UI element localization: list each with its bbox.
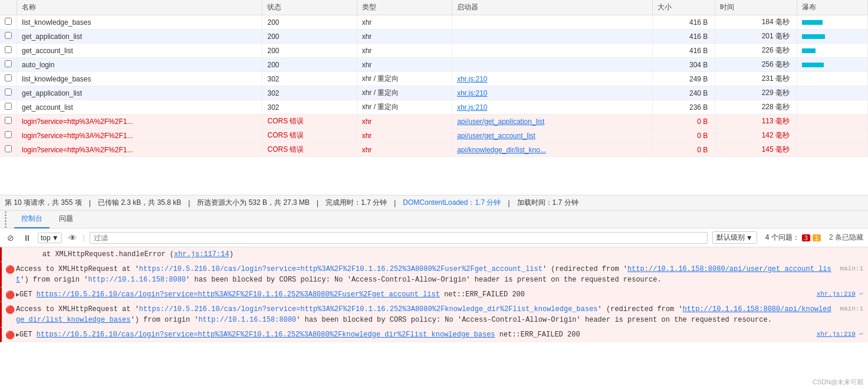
row-name: login?service=http%3A%2F%2F1... bbox=[17, 115, 262, 129]
row-waterfall bbox=[797, 30, 868, 44]
devtools-panel: 名称 状态 类型 启动器 大小 时间 瀑布 list_knowledge_bas… bbox=[0, 0, 868, 389]
level-selector[interactable]: 默认级别 ▼ bbox=[712, 231, 757, 244]
col-waterfall: 瀑布 bbox=[797, 0, 868, 15]
get-link2[interactable]: https://10.5.216.10/cas/login?service=ht… bbox=[37, 331, 495, 339]
row-type: xhr bbox=[357, 44, 452, 58]
row-initiator[interactable]: xhr.js:210 bbox=[452, 100, 653, 115]
table-row[interactable]: login?service=http%3A%2F%2F1...CORS 错误xh… bbox=[0, 143, 868, 157]
warning-badge[interactable]: 1 bbox=[813, 234, 821, 241]
row-type: xhr bbox=[357, 58, 452, 72]
summary-load: 加载时间：1.7 分钟 bbox=[517, 198, 578, 208]
row-checkbox[interactable] bbox=[0, 143, 17, 157]
summary-sep4: | bbox=[394, 199, 396, 207]
row-time: 113 毫秒 bbox=[715, 115, 797, 129]
context-label: top bbox=[41, 234, 51, 242]
row-type: xhr / 重定向 bbox=[357, 100, 452, 115]
row-checkbox[interactable] bbox=[0, 58, 17, 72]
row-initiator[interactable]: api/knowledge_dir/list_kno... bbox=[452, 143, 653, 157]
table-row[interactable]: get_account_list302xhr / 重定向xhr.js:21023… bbox=[0, 100, 868, 115]
line-link[interactable]: xhr.js:117:14 bbox=[174, 250, 229, 259]
table-row[interactable]: get_account_list200xhr416 B226 毫秒 bbox=[0, 44, 868, 58]
summary-sep2: | bbox=[188, 199, 190, 207]
row-status: 302 bbox=[262, 86, 357, 100]
get-link[interactable]: https://10.5.216.10/cas/login?service=ht… bbox=[37, 290, 440, 299]
row-time: 145 毫秒 bbox=[715, 143, 797, 157]
row-size: 416 B bbox=[653, 15, 715, 30]
col-checkbox bbox=[0, 0, 17, 15]
row-status: CORS 错误 bbox=[262, 143, 357, 157]
table-row[interactable]: get_application_list200xhr416 B201 毫秒 bbox=[0, 30, 868, 44]
row-size: 236 B bbox=[653, 100, 715, 115]
col-name: 名称 bbox=[17, 0, 262, 15]
col-status: 状态 bbox=[262, 0, 357, 15]
summary-dom-loaded: DOMContentLoaded：1.7 分钟 bbox=[403, 198, 501, 208]
console-tabbar: 控制台 问题 bbox=[0, 211, 868, 228]
location-link[interactable]: xhr.js:210 bbox=[817, 331, 856, 338]
row-initiator[interactable]: api/user/get_application_list bbox=[452, 115, 653, 129]
row-name: get_account_list bbox=[17, 100, 262, 115]
table-row[interactable]: auto_login200xhr304 B256 毫秒 bbox=[0, 58, 868, 72]
clear-console-button[interactable]: ⊘ bbox=[5, 232, 17, 244]
row-checkbox[interactable] bbox=[0, 44, 17, 58]
tab-issues[interactable]: 问题 bbox=[52, 211, 80, 228]
row-waterfall bbox=[797, 44, 868, 58]
error-icon: 🔴 bbox=[5, 305, 15, 316]
error-icon: 🔴 bbox=[5, 290, 15, 302]
row-type: xhr / 重定向 bbox=[357, 86, 452, 100]
row-time: 201 毫秒 bbox=[715, 30, 797, 44]
stop-on-errors-button[interactable]: ⏸ bbox=[21, 232, 33, 244]
console-line: 🔴Access to XMLHttpRequest at 'https://10… bbox=[0, 302, 868, 328]
row-size: 240 B bbox=[653, 86, 715, 100]
error-badge[interactable]: 3 bbox=[802, 234, 810, 241]
row-initiator[interactable]: xhr.js:210 bbox=[452, 86, 653, 100]
line-location: xhr.js:210 ↩ bbox=[812, 289, 863, 299]
row-status: 302 bbox=[262, 72, 357, 86]
row-size: 416 B bbox=[653, 30, 715, 44]
error-icon: 🔴 bbox=[5, 264, 15, 276]
table-row[interactable]: get_application_list302xhr / 重定向xhr.js:2… bbox=[0, 86, 868, 100]
row-initiator bbox=[452, 30, 653, 44]
row-checkbox[interactable] bbox=[0, 100, 17, 115]
row-size: 416 B bbox=[653, 44, 715, 58]
row-checkbox[interactable] bbox=[0, 15, 17, 30]
table-row[interactable]: login?service=http%3A%2F%2F1...CORS 错误xh… bbox=[0, 129, 868, 143]
table-row[interactable]: list_knowledge_bases200xhr416 B184 毫秒 bbox=[0, 15, 868, 30]
row-waterfall bbox=[797, 129, 868, 143]
context-selector[interactable]: top ▼ bbox=[38, 233, 62, 243]
expand-arrow[interactable]: ▶ bbox=[16, 292, 19, 298]
row-checkbox[interactable] bbox=[0, 129, 17, 143]
row-waterfall bbox=[797, 15, 868, 30]
summary-requests: 第 10 项请求，共 355 项 bbox=[5, 198, 82, 208]
row-time: 229 毫秒 bbox=[715, 86, 797, 100]
line-content: Access to XMLHttpRequest at 'https://10.… bbox=[16, 264, 831, 285]
eye-button[interactable]: 👁 bbox=[67, 232, 78, 244]
row-checkbox[interactable] bbox=[0, 86, 17, 100]
row-initiator[interactable]: api/user/get_account_list bbox=[452, 129, 653, 143]
row-initiator[interactable]: xhr.js:210 bbox=[452, 72, 653, 86]
row-time: 226 毫秒 bbox=[715, 44, 797, 58]
row-checkbox[interactable] bbox=[0, 115, 17, 129]
row-checkbox[interactable] bbox=[0, 30, 17, 44]
location-link[interactable]: xhr.js:210 bbox=[817, 290, 856, 298]
row-name: list_knowledge_bases bbox=[17, 72, 262, 86]
row-name: get_account_list bbox=[17, 44, 262, 58]
row-type: xhr / 重定向 bbox=[357, 72, 452, 86]
row-waterfall bbox=[797, 115, 868, 129]
row-time: 142 毫秒 bbox=[715, 129, 797, 143]
row-time: 256 毫秒 bbox=[715, 58, 797, 72]
console-output[interactable]: at XMLHttpRequest.handleError (xhr.js:11… bbox=[0, 247, 868, 376]
toolbar-sep: | bbox=[83, 234, 85, 242]
drag-handle[interactable] bbox=[5, 211, 9, 228]
table-row[interactable]: login?service=http%3A%2F%2F1...CORS 错误xh… bbox=[0, 115, 868, 129]
row-initiator bbox=[452, 44, 653, 58]
console-filter-input[interactable] bbox=[90, 232, 708, 244]
tab-console[interactable]: 控制台 bbox=[14, 211, 50, 228]
issues-count-label: 4 个问题： bbox=[765, 233, 800, 243]
error-icon: 🔴 bbox=[5, 330, 15, 342]
table-row[interactable]: list_knowledge_bases302xhr / 重定向xhr.js:2… bbox=[0, 72, 868, 86]
console-line: at XMLHttpRequest.handleError (xhr.js:11… bbox=[0, 247, 868, 262]
row-checkbox[interactable] bbox=[0, 72, 17, 86]
row-waterfall bbox=[797, 100, 868, 115]
expand-arrow2[interactable]: ▶ bbox=[16, 332, 19, 338]
row-name: get_application_list bbox=[17, 30, 262, 44]
